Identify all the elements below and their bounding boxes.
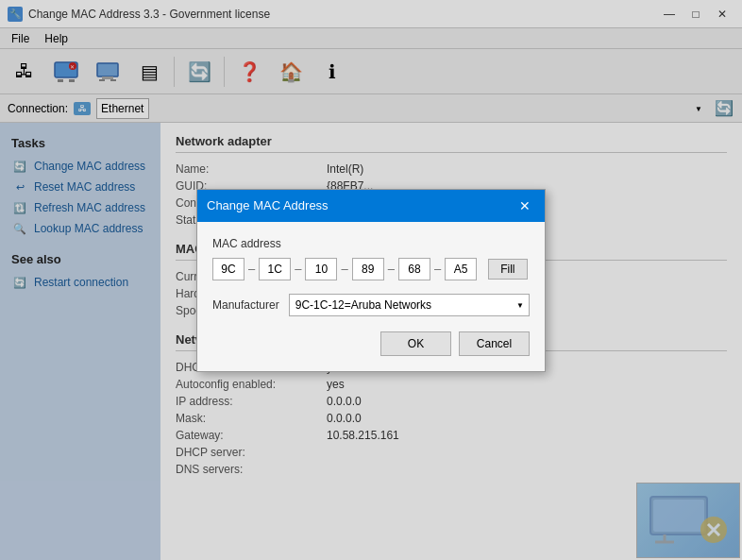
mac-field-3[interactable] (305, 258, 337, 280)
mac-field-2[interactable] (259, 258, 291, 280)
mac-field-4[interactable] (352, 258, 384, 280)
mac-sep-5: – (434, 262, 441, 276)
dialog-titlebar: Change MAC Address ✕ (197, 190, 545, 222)
manufacturer-row: Manufacturer 9C-1C-12=Aruba Networks (212, 294, 530, 316)
mac-field-6[interactable] (445, 258, 477, 280)
mac-sep-2: – (295, 262, 301, 276)
mac-field-5[interactable] (398, 258, 430, 280)
dialog-body: MAC address – – – – – Fill Manufacturer (197, 222, 545, 371)
modal-overlay: Change MAC Address ✕ MAC address – – – –… (0, 0, 742, 560)
mac-sep-3: – (341, 262, 347, 276)
cancel-button[interactable]: Cancel (459, 331, 530, 356)
manufacturer-select-wrapper: 9C-1C-12=Aruba Networks (289, 294, 530, 316)
fill-button[interactable]: Fill (488, 259, 527, 280)
dialog-close-button[interactable]: ✕ (514, 195, 535, 216)
mac-fields-row: – – – – – Fill (212, 258, 530, 280)
mac-field-1[interactable] (212, 258, 245, 280)
mac-sep-4: – (388, 262, 395, 276)
dialog-footer: OK Cancel (212, 331, 530, 356)
mac-sep-1: – (248, 262, 255, 276)
ok-button[interactable]: OK (380, 331, 451, 356)
dialog-title: Change MAC Address (207, 198, 329, 212)
manufacturer-label: Manufacturer (212, 298, 279, 312)
change-mac-dialog: Change MAC Address ✕ MAC address – – – –… (196, 189, 546, 372)
manufacturer-select[interactable]: 9C-1C-12=Aruba Networks (289, 294, 530, 316)
mac-address-label: MAC address (212, 237, 530, 250)
